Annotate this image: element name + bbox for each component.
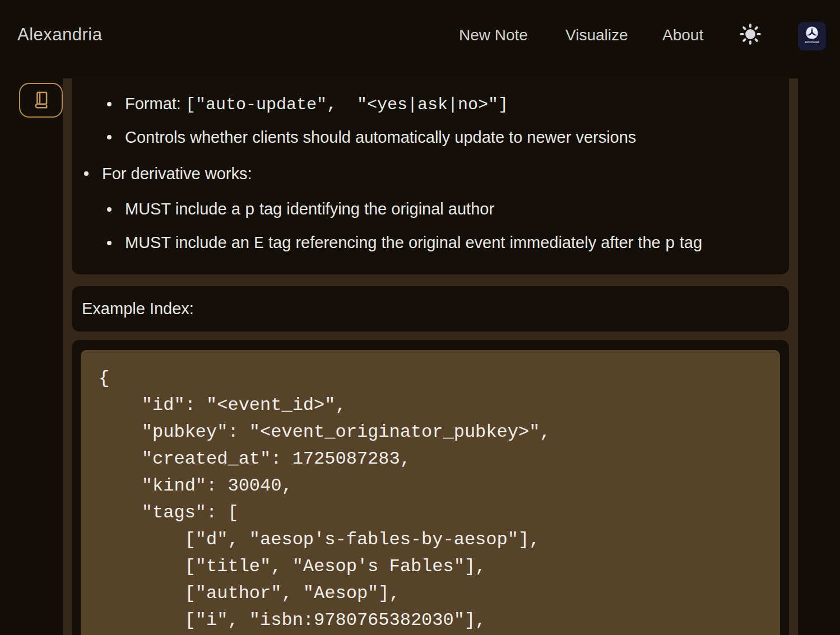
example-heading: Example Index: (72, 286, 789, 331)
inline-code: p (245, 200, 255, 220)
sun-icon (739, 39, 762, 47)
sidebar-toggle-button[interactable] (19, 83, 63, 118)
code-line: ["i", "isbn:9780765382030"], (99, 607, 774, 634)
gitcitadel-logo[interactable]: GitCitadel (798, 22, 826, 50)
code-line: ["title", "Aesop's Fables"], (99, 553, 774, 580)
inline-code: ["auto-update", "<yes|ask|no>"] (185, 95, 508, 114)
code-line: ["author", "Aesop"], (99, 580, 774, 607)
bullet-dot (107, 241, 112, 245)
code-line: "tags": [ (99, 499, 774, 526)
list-item: For derivative works: (84, 160, 252, 187)
content-scroll-area[interactable]: Format: ["auto-update", "<yes|ask|no>"] … (63, 78, 798, 635)
bullet-dot (84, 171, 89, 176)
app-title: Alexandria (17, 25, 102, 45)
code-line: "created_at": 1725087283, (99, 446, 774, 473)
bullet-dot (107, 207, 112, 212)
nav-new-note[interactable]: New Note (459, 26, 528, 44)
bullet-dot (107, 135, 112, 139)
list-item: MUST include an E tag referencing the or… (107, 230, 702, 256)
list-item: MUST include a p tag identifying the ori… (107, 196, 494, 223)
code-line: ["d", "aesop's-fables-by-aesop"], (99, 526, 774, 553)
gitcitadel-hood-icon: GitCitadel (798, 44, 826, 52)
logo-label: GitCitadel (805, 40, 819, 44)
bullet-dot (107, 102, 112, 106)
code-line: "id": "<event_id>", (99, 392, 774, 419)
inline-code: E (254, 234, 264, 253)
json-code-block: { "id": "<event_id>", "pubkey": "<event_… (81, 350, 780, 635)
spec-card: Format: ["auto-update", "<yes|ask|no>"] … (72, 78, 789, 274)
nav-visualize[interactable]: Visualize (565, 26, 628, 44)
code-line: "pubkey": "<event_originator_pubkey>", (99, 419, 774, 446)
example-heading-card: Example Index: (72, 286, 789, 331)
code-card: { "id": "<event_id>", "pubkey": "<event_… (72, 340, 789, 635)
code-line: { (99, 365, 774, 392)
book-icon (30, 89, 52, 112)
inline-code: p (665, 234, 675, 253)
code-line: "kind": 30040, (99, 473, 774, 499)
theme-toggle-button[interactable] (739, 23, 762, 45)
list-item: Format: ["auto-update", "<yes|ask|no>"] (107, 91, 508, 118)
list-item: Controls whether clients should automati… (107, 124, 636, 151)
nav-about[interactable]: About (662, 26, 703, 44)
